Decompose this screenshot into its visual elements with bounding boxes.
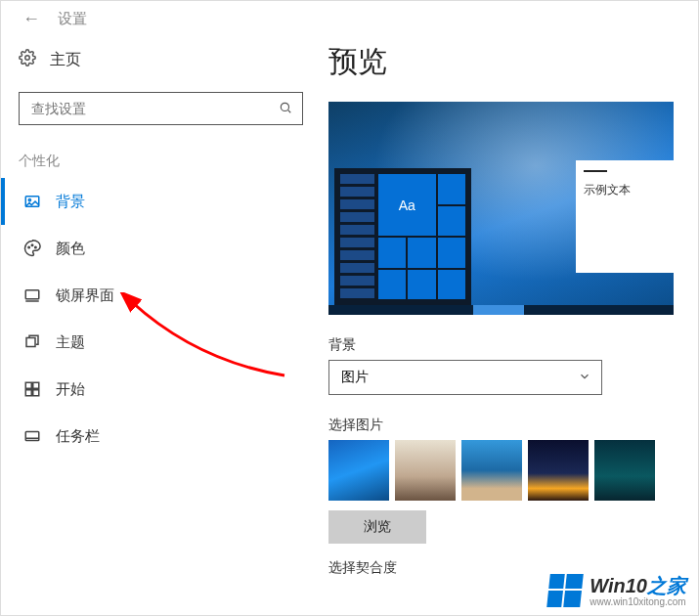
sidebar-item-lockscreen[interactable]: 锁屏界面 — [1, 272, 328, 319]
picture-thumb[interactable] — [594, 440, 655, 501]
search-input-wrap[interactable] — [19, 92, 303, 125]
svg-rect-12 — [33, 382, 39, 388]
svg-point-7 — [35, 246, 37, 248]
svg-point-1 — [281, 103, 288, 110]
taskbar-icon — [22, 427, 42, 445]
section-title: 个性化 — [1, 135, 328, 178]
home-button[interactable]: 主页 — [1, 35, 328, 84]
picture-thumb[interactable] — [395, 440, 456, 501]
preview-sample-window: 示例文本 — [576, 160, 674, 273]
sidebar-item-background[interactable]: 背景 — [1, 178, 328, 225]
svg-rect-14 — [33, 390, 39, 396]
choose-picture-label: 选择图片 — [328, 417, 688, 434]
browse-button-label: 浏览 — [364, 518, 391, 536]
titlebar: ← 设置 — [1, 9, 328, 35]
svg-rect-11 — [25, 382, 31, 388]
background-label: 背景 — [328, 336, 688, 354]
picture-thumb[interactable] — [461, 440, 522, 501]
sidebar-item-label: 开始 — [56, 380, 85, 399]
back-button[interactable]: ← — [22, 9, 40, 29]
home-label: 主页 — [50, 50, 81, 70]
background-dropdown-value: 图片 — [341, 369, 369, 386]
picture-thumbnails — [328, 440, 688, 501]
chevron-down-icon — [578, 370, 591, 386]
gear-icon — [19, 49, 36, 70]
svg-rect-10 — [26, 338, 35, 347]
sidebar: ← 设置 主页 个性化 背景 颜色 — [1, 1, 328, 615]
sidebar-item-start[interactable]: 开始 — [1, 366, 328, 413]
picture-icon — [22, 193, 42, 210]
palette-icon — [22, 240, 42, 257]
preview-tile-sample: Aa — [378, 174, 436, 236]
themes-icon — [22, 333, 42, 351]
page-title: 预览 — [328, 42, 688, 82]
window-title: 设置 — [58, 10, 87, 28]
sidebar-item-label: 锁屏界面 — [56, 286, 114, 305]
preview-start-menu: Aa — [334, 168, 471, 305]
sidebar-item-taskbar[interactable]: 任务栏 — [1, 413, 328, 460]
sidebar-item-colors[interactable]: 颜色 — [1, 225, 328, 272]
svg-point-5 — [28, 246, 30, 248]
background-dropdown[interactable]: 图片 — [328, 360, 602, 395]
picture-thumb[interactable] — [528, 440, 589, 501]
sidebar-item-label: 主题 — [56, 333, 85, 352]
sidebar-item-label: 背景 — [56, 193, 85, 211]
browse-button[interactable]: 浏览 — [328, 510, 426, 544]
search-icon — [279, 101, 292, 117]
svg-point-4 — [28, 198, 30, 200]
svg-rect-15 — [25, 432, 39, 441]
main-content: 预览 Aa 示例文本 背景 图片 — [328, 1, 698, 615]
fit-label: 选择契合度 — [328, 559, 688, 577]
picture-thumb[interactable] — [328, 440, 389, 501]
svg-rect-8 — [25, 290, 39, 299]
sidebar-item-themes[interactable]: 主题 — [1, 319, 328, 366]
svg-point-6 — [31, 244, 33, 246]
sidebar-item-label: 任务栏 — [56, 427, 100, 446]
start-icon — [22, 380, 42, 398]
svg-point-0 — [25, 56, 30, 61]
svg-rect-13 — [25, 390, 31, 396]
search-input[interactable] — [31, 101, 279, 116]
sidebar-item-label: 颜色 — [56, 240, 85, 258]
preview-box: Aa 示例文本 — [328, 102, 674, 315]
sample-text-label: 示例文本 — [584, 182, 666, 198]
lockscreen-icon — [22, 286, 42, 304]
svg-line-2 — [288, 110, 291, 112]
